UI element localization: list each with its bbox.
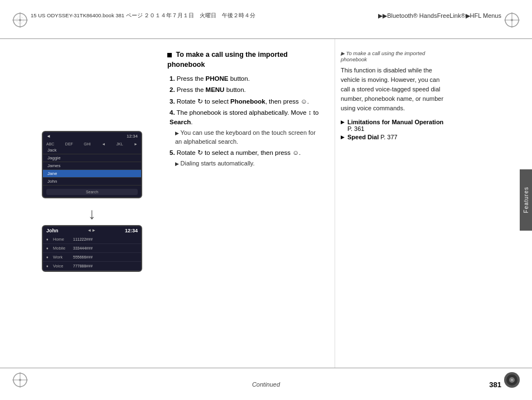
contact-mobile: ♦ Mobile 333444### [43, 244, 141, 253]
screen1-status-bar: ◄ 12:34 [43, 132, 141, 140]
device-screen-2: John ◄► 12:34 ♦ Home 111222### ♦ Mobile … [42, 225, 142, 272]
ref-speed-dial: Speed Dial P. 377 [341, 134, 446, 140]
step-3: 3. Rotate ↻ to select Phonebook, then pr… [167, 97, 323, 106]
step-5-note: Dialing starts automatically. [167, 159, 323, 168]
screen2-time: 12:34 [125, 228, 138, 233]
option-search: Search [170, 119, 191, 125]
left-panel: ◄ 12:34 ABC DEF GHI ◄ JKL ► Jack Jaggie … [0, 39, 162, 368]
screen1-search: Search [46, 189, 138, 195]
screen1-time: 12:34 [127, 134, 138, 139]
contact-mobile-icon: ♦ [46, 246, 53, 250]
contact-home-icon: ♦ [46, 237, 53, 241]
menu-item-james: James [43, 162, 141, 170]
screen2-header: John ◄► 12:34 [43, 226, 141, 235]
step-1: 1. Press the PHONE button. [167, 74, 323, 84]
menu-item-jaggie: Jaggie [43, 154, 141, 162]
chapter-header: ▶▶Bluetooth® HandsFreeLink®▶HFL Menus [378, 12, 501, 19]
main-content: ◄ 12:34 ABC DEF GHI ◄ JKL ► Jack Jaggie … [0, 39, 532, 368]
btn-menu: MENU [206, 86, 225, 93]
step-4: 4. The phonebook is stored alphabeticall… [167, 108, 323, 128]
middle-panel: To make a call using the imported phoneb… [162, 39, 335, 368]
contact-work-icon: ♦ [46, 255, 53, 259]
option-phonebook: Phonebook [230, 98, 265, 105]
section-title-text: To make a call using the imported phoneb… [167, 51, 288, 69]
screen2-nav-icon: ◄► [87, 228, 96, 233]
bottom-footer: Continued 381 [0, 368, 532, 400]
step-2: 2. Press the MENU button. [167, 85, 323, 95]
screen1-nav-icon: ◄ [46, 134, 51, 139]
section-title: To make a call using the imported phoneb… [167, 50, 323, 70]
ref-limitations: Limitations for Manual Operation P. 361 [341, 119, 446, 132]
screen1-menu-headers: ABC DEF GHI ◄ JKL ► [43, 142, 141, 147]
note-header: To make a call using the imported phoneb… [341, 50, 446, 62]
contact-voice-icon: ♦ [46, 264, 53, 268]
menu-item-jack: Jack [43, 147, 141, 154]
btn-phone: PHONE [206, 75, 229, 82]
screen1-menu: ABC DEF GHI ◄ JKL ► Jack Jaggie James Ja… [43, 140, 141, 187]
instruction-list-2: 5. Rotate ↻ to select a number, then pre… [167, 148, 323, 158]
file-info: 15 US ODYSSEY-31TK86400.book 381 ページ ２０１… [31, 12, 255, 19]
step-5: 5. Rotate ↻ to select a number, then pre… [167, 148, 323, 158]
right-panel: To make a call using the imported phoneb… [335, 39, 468, 368]
contact-voice: ♦ Voice 777888### [43, 262, 141, 271]
note-body: This function is disabled while the vehi… [341, 66, 446, 113]
menu-item-jane: Jane [43, 170, 141, 178]
continued-label: Continued [252, 381, 280, 388]
screen2-contact-list: ♦ Home 111222### ♦ Mobile 333444### ♦ Wo… [43, 235, 141, 271]
contact-work: ♦ Work 555666### [43, 253, 141, 262]
menu-item-john: John [43, 178, 141, 186]
page-number: 381 [489, 381, 501, 389]
device-screen-1: ◄ 12:34 ABC DEF GHI ◄ JKL ► Jack Jaggie … [42, 131, 142, 198]
screen2-contact-name: John [46, 228, 59, 233]
contact-home: ♦ Home 111222### [43, 235, 141, 244]
top-header: 15 US ODYSSEY-31TK86400.book 381 ページ ２０１… [0, 0, 532, 39]
section-square-icon [167, 53, 172, 57]
arrow-down-icon: ↓ [88, 206, 96, 222]
step-4-note: You can use the keyboard on the touch sc… [167, 129, 323, 146]
instruction-list: 1. Press the PHONE button. 2. Press the … [167, 74, 323, 127]
